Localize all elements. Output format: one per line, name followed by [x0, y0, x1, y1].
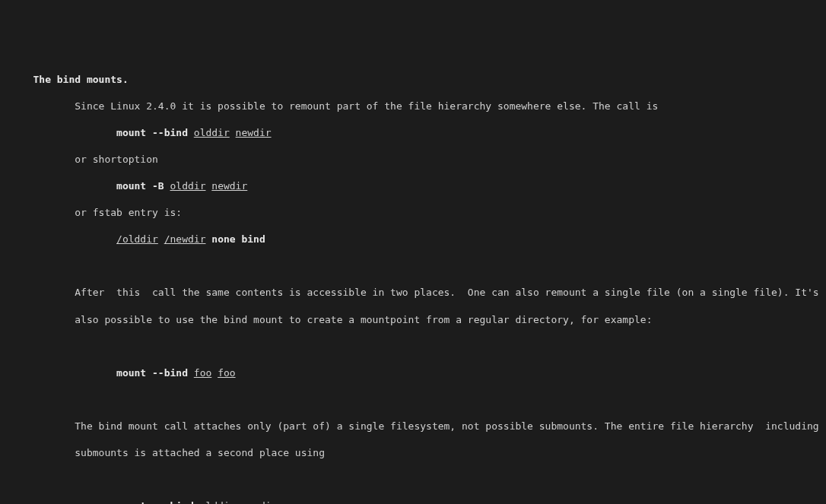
- command-example: mount --rbind olddir newdir: [15, 499, 811, 504]
- paragraph: or fstab entry is:: [15, 206, 811, 220]
- command-example: mount --bind olddir newdir: [15, 126, 811, 140]
- command-example: mount -B olddir newdir: [15, 179, 811, 193]
- command-example: /olddir /newdir none bind: [15, 233, 811, 246]
- blank-line: [15, 473, 811, 487]
- blank-line: [15, 340, 811, 353]
- paragraph: The bind mount call attaches only (part …: [15, 420, 811, 433]
- paragraph: also possible to use the bind mount to c…: [15, 313, 811, 327]
- manpage-content: The bind mounts. Since Linux 2.4.0 it is…: [15, 59, 811, 504]
- blank-line: [15, 393, 811, 407]
- paragraph: or shortoption: [15, 153, 811, 166]
- blank-line: [15, 259, 811, 273]
- paragraph: After this call the same contents is acc…: [15, 286, 811, 300]
- command-example: mount --bind foo foo: [15, 366, 811, 380]
- section-heading-text: The bind mounts.: [33, 74, 128, 85]
- section-heading: The bind mounts.: [15, 73, 811, 87]
- paragraph: Since Linux 2.4.0 it is possible to remo…: [15, 100, 811, 113]
- paragraph: submounts is attached a second place usi…: [15, 446, 811, 460]
